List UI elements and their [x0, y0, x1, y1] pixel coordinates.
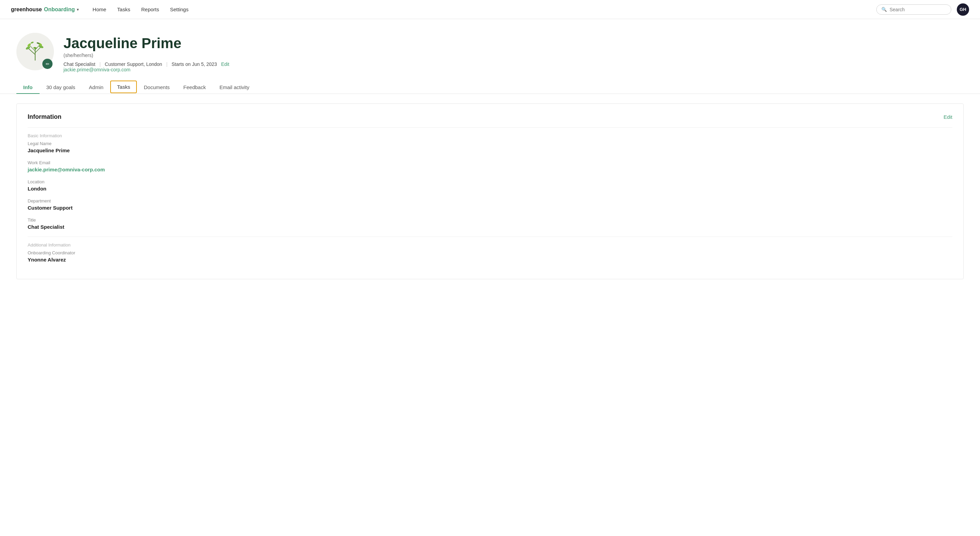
field-location: Location London — [28, 179, 952, 191]
tabs-container: Info 30 day goals Admin Tasks Documents … — [0, 72, 980, 94]
chevron-down-icon: ▾ — [77, 7, 79, 12]
user-avatar[interactable]: GH — [957, 3, 969, 16]
profile-dept-location: Customer Support, London — [105, 61, 162, 67]
brand-greenhouse-text: greenhouse — [11, 6, 42, 13]
nav-home[interactable]: Home — [92, 6, 106, 12]
work-email-label: Work Email — [28, 160, 952, 165]
legal-name-label: Legal Name — [28, 141, 952, 146]
title-value: Chat Specialist — [28, 224, 952, 230]
profile-pronouns: (she/her/hers) — [64, 53, 229, 58]
field-work-email: Work Email jackie.prime@omniva-corp.com — [28, 160, 952, 172]
card-edit-button[interactable]: Edit — [943, 114, 952, 120]
tab-tasks[interactable]: Tasks — [110, 81, 137, 93]
search-box[interactable]: 🔍 — [876, 5, 951, 15]
avatar-container: ✏ — [16, 33, 54, 70]
legal-name-value: Jacqueline Prime — [28, 147, 952, 153]
search-input[interactable] — [889, 7, 946, 12]
content-area: Information Edit Basic Information Legal… — [0, 94, 980, 289]
separator-1: | — [99, 61, 101, 67]
field-department: Department Customer Support — [28, 198, 952, 211]
pencil-icon: ✏ — [46, 61, 49, 67]
profile-title: Chat Specialist — [64, 61, 95, 67]
title-label: Title — [28, 217, 952, 223]
tab-admin[interactable]: Admin — [82, 81, 111, 94]
svg-point-10 — [30, 41, 34, 44]
onboarding-coordinator-label: Onboarding Coordinator — [28, 250, 952, 255]
navbar: greenhouse Onboarding ▾ Home Tasks Repor… — [0, 0, 980, 19]
brand-logo[interactable]: greenhouse Onboarding ▾ — [11, 6, 79, 13]
nav-tasks[interactable]: Tasks — [117, 6, 130, 12]
department-value: Customer Support — [28, 205, 952, 211]
work-email-value[interactable]: jackie.prime@omniva-corp.com — [28, 167, 952, 172]
profile-name: Jacqueline Prime — [64, 35, 229, 51]
card-title: Information — [28, 113, 61, 121]
nav-links: Home Tasks Reports Settings — [92, 6, 188, 12]
svg-line-1 — [29, 48, 35, 54]
tab-feedback[interactable]: Feedback — [177, 81, 213, 94]
card-header: Information Edit — [28, 113, 952, 121]
navbar-right: 🔍 GH — [876, 3, 969, 16]
location-value: London — [28, 186, 952, 191]
tab-documents[interactable]: Documents — [137, 81, 177, 94]
nav-reports[interactable]: Reports — [141, 6, 159, 12]
location-label: Location — [28, 179, 952, 184]
profile-email-link[interactable]: jackie.prime@omniva-corp.com — [64, 67, 130, 72]
edit-avatar-button[interactable]: ✏ — [42, 59, 52, 69]
information-card: Information Edit Basic Information Legal… — [16, 104, 964, 279]
field-title: Title Chat Specialist — [28, 217, 952, 230]
basic-info-section-label: Basic Information — [28, 128, 952, 141]
profile-edit-link[interactable]: Edit — [221, 61, 229, 67]
department-label: Department — [28, 198, 952, 204]
profile-header: ✏ Jacqueline Prime (she/her/hers) Chat S… — [0, 19, 980, 72]
brand-onboarding-text: Onboarding — [44, 6, 75, 13]
tab-info[interactable]: Info — [16, 81, 40, 94]
profile-info: Jacqueline Prime (she/her/hers) Chat Spe… — [64, 33, 229, 72]
tab-email-activity[interactable]: Email activity — [213, 81, 256, 94]
search-icon: 🔍 — [881, 7, 887, 12]
tab-30day-goals[interactable]: 30 day goals — [40, 81, 82, 94]
profile-start-date: Starts on Jun 5, 2023 — [172, 61, 217, 67]
field-onboarding-coordinator: Onboarding Coordinator Ynonne Alvarez — [28, 250, 952, 263]
separator-2: | — [166, 61, 167, 67]
nav-settings[interactable]: Settings — [170, 6, 188, 12]
onboarding-coordinator-value: Ynonne Alvarez — [28, 257, 952, 263]
field-legal-name: Legal Name Jacqueline Prime — [28, 141, 952, 153]
additional-info-section-label: Additional Information — [28, 236, 952, 250]
svg-point-9 — [33, 47, 37, 49]
profile-meta: Chat Specialist | Customer Support, Lond… — [64, 61, 229, 67]
